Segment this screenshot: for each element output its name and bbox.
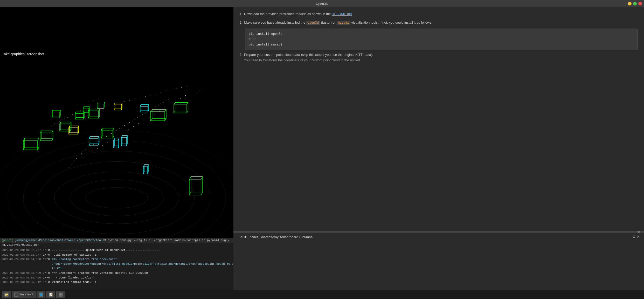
log-message: ==> Checkpoint trained from version: pcd… xyxy=(52,271,148,276)
svg-point-97 xyxy=(181,87,182,88)
svg-point-16 xyxy=(101,139,101,140)
shell-path: ~/OpenPCDet/tools xyxy=(75,239,104,242)
svg-point-94 xyxy=(166,91,166,92)
svg-point-44 xyxy=(158,105,158,106)
svg-point-107 xyxy=(200,91,200,91)
item-content: Download the provided pretrained models … xyxy=(244,11,353,17)
terminal-command: (pcdet) juzhen@juzhen-Precision-3630-Tow… xyxy=(0,238,233,243)
svg-point-91 xyxy=(150,95,151,96)
readme-link[interactable]: README.md xyxy=(332,12,352,16)
log-timestamp: 2022-01-29 03:48:05,512 xyxy=(2,280,41,285)
maximize-button[interactable] xyxy=(633,2,637,5)
taskbar-item-browser[interactable]: 🌐 xyxy=(37,291,45,298)
install-code-block: pip install open3d # or pip install maya… xyxy=(245,29,638,50)
left-panel: Take graphical screenshot (pcdet) juzhen… xyxy=(0,7,233,290)
svg-point-32 xyxy=(127,124,127,124)
install-note: -cull1, pcdet, SharedArray, tensorboardX… xyxy=(240,235,638,240)
svg-point-78 xyxy=(72,115,73,115)
svg-point-92 xyxy=(155,94,156,94)
svg-point-37 xyxy=(140,116,140,117)
shell-dollar: $ xyxy=(104,239,108,242)
svg-point-12 xyxy=(91,146,91,146)
svg-point-24 xyxy=(76,158,77,159)
close-button[interactable] xyxy=(638,2,642,5)
log-timestamp: 2022-01-29 03:48:05,460 xyxy=(2,276,41,280)
svg-point-73 xyxy=(59,121,60,122)
install-text: -cull1, pcdet, SharedArray, tensorboardX… xyxy=(240,235,313,239)
doc-item-2: 2. Make sure you have already installed … xyxy=(240,20,638,25)
svg-point-42 xyxy=(153,108,153,109)
svg-point-35 xyxy=(135,119,135,120)
minimize-button[interactable] xyxy=(628,2,632,5)
svg-point-47 xyxy=(166,101,166,101)
svg-point-54 xyxy=(107,142,108,143)
log-message: Visualized sample index: 1 xyxy=(52,280,96,285)
doc-item-1: 1. Download the provided pretrained mode… xyxy=(240,11,638,17)
viewer-area[interactable]: Take graphical screenshot xyxy=(0,7,233,238)
svg-point-63 xyxy=(154,114,155,115)
svg-point-10 xyxy=(81,154,82,154)
svg-point-70 xyxy=(52,125,52,125)
svg-point-48 xyxy=(168,99,169,99)
svg-point-101 xyxy=(83,103,83,103)
svg-point-108 xyxy=(202,90,203,90)
titlebar: Open3D xyxy=(0,0,644,7)
settings-icon[interactable]: ⚙ ✕ xyxy=(632,235,640,239)
svg-point-81 xyxy=(80,111,81,111)
svg-point-50 xyxy=(87,155,87,155)
svg-point-93 xyxy=(161,92,161,93)
svg-point-9 xyxy=(85,150,86,150)
log-line-5: 2022-01-29 03:48:05,460 INFO ==> Done (l… xyxy=(2,276,232,280)
log-level: INFO xyxy=(43,276,50,280)
svg-point-19 xyxy=(109,135,109,135)
right-top-content: 1. Download the provided pretrained mode… xyxy=(233,7,644,231)
svg-point-49 xyxy=(83,156,83,157)
svg-point-57 xyxy=(123,133,123,133)
terminal-label: Terminal xyxy=(19,293,33,296)
svg-point-45 xyxy=(161,104,161,104)
svg-point-77 xyxy=(70,116,70,116)
svg-point-53 xyxy=(102,145,103,146)
taskbar-item-apps[interactable]: ⚙ xyxy=(56,291,65,298)
code-line-1: pip install open3d xyxy=(249,31,634,37)
svg-point-36 xyxy=(137,118,138,118)
svg-point-43 xyxy=(155,107,156,107)
taskbar-item-terminal[interactable]: ⬛ Terminal xyxy=(12,291,36,298)
svg-point-104 xyxy=(99,99,99,99)
svg-point-58 xyxy=(128,130,129,130)
svg-point-76 xyxy=(67,117,68,118)
svg-point-100 xyxy=(78,104,78,104)
svg-point-25 xyxy=(74,161,74,161)
svg-point-96 xyxy=(176,89,177,89)
terminal-icon: ⬛ xyxy=(14,293,18,297)
log-timestamp: 2022-01-29 03:48:02,777 xyxy=(2,248,41,253)
svg-point-64 xyxy=(159,111,160,111)
svg-point-109 xyxy=(205,89,205,89)
log-level: INFO xyxy=(43,248,50,253)
item-number: 1. xyxy=(240,11,243,17)
svg-point-11 xyxy=(88,148,88,148)
taskbar-item-editor[interactable]: 📝 xyxy=(46,291,55,298)
svg-point-20 xyxy=(111,133,112,134)
svg-point-15 xyxy=(98,141,99,142)
window-controls[interactable] xyxy=(628,2,642,5)
svg-point-72 xyxy=(57,122,57,123)
taskbar: 📁 ⬛ Terminal 🌐 📝 ⚙ xyxy=(0,290,644,299)
svg-point-86 xyxy=(124,102,125,102)
taskbar-item-files[interactable]: 📁 xyxy=(2,291,11,298)
item-number: 2. xyxy=(240,20,243,25)
log-timestamp: 2022-01-29 03:48:02,777 xyxy=(2,253,41,257)
svg-point-87 xyxy=(129,100,130,101)
svg-point-102 xyxy=(88,102,88,102)
svg-point-83 xyxy=(109,105,109,106)
log-level: INFO xyxy=(43,257,50,271)
svg-point-61 xyxy=(144,120,144,121)
svg-point-68 xyxy=(180,98,181,99)
svg-point-75 xyxy=(65,118,65,119)
svg-point-66 xyxy=(170,105,170,105)
terminal-area: (pcdet) juzhen@juzhen-Precision-3630-Tow… xyxy=(0,238,233,290)
svg-point-38 xyxy=(142,115,143,115)
log-message: --------------------Quick Demo of OpenPC… xyxy=(52,248,160,253)
svg-point-41 xyxy=(150,110,151,110)
svg-point-34 xyxy=(132,121,133,121)
